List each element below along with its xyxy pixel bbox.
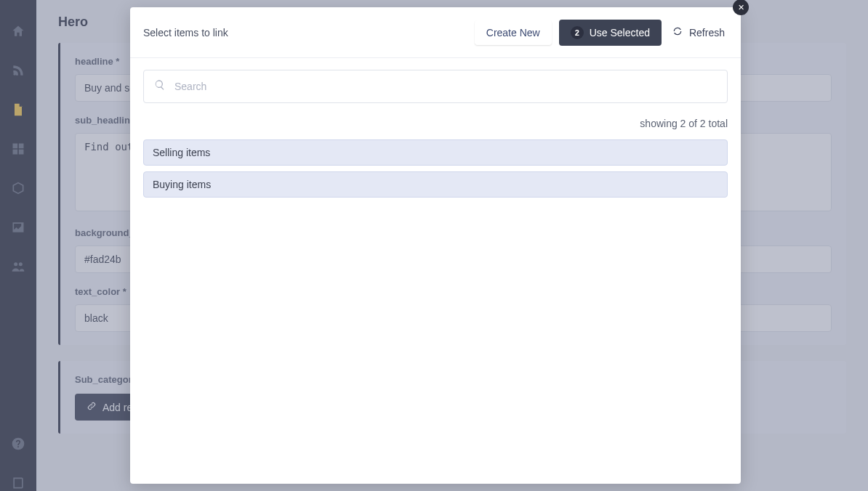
link-items-modal: ✕ Select items to link Create New 2 Use … bbox=[130, 7, 741, 484]
use-selected-button[interactable]: 2 Use Selected bbox=[559, 20, 662, 46]
create-new-button[interactable]: Create New bbox=[475, 20, 552, 45]
refresh-label: Refresh bbox=[689, 27, 725, 38]
search-input[interactable] bbox=[174, 81, 717, 92]
refresh-icon bbox=[672, 25, 683, 39]
modal-body: showing 2 of 2 total Selling items Buyin… bbox=[130, 58, 741, 484]
search-icon bbox=[154, 79, 174, 94]
search-wrap bbox=[143, 70, 728, 103]
list-item[interactable]: Selling items bbox=[143, 139, 728, 166]
list-item[interactable]: Buying items bbox=[143, 171, 728, 198]
selected-count-badge: 2 bbox=[571, 26, 584, 39]
modal-header: Select items to link Create New 2 Use Se… bbox=[130, 7, 741, 58]
modal-title: Select items to link bbox=[143, 27, 467, 38]
results-info: showing 2 of 2 total bbox=[143, 118, 728, 129]
refresh-button[interactable]: Refresh bbox=[669, 19, 728, 46]
close-icon[interactable]: ✕ bbox=[733, 0, 749, 15]
use-selected-label: Use Selected bbox=[590, 27, 650, 38]
